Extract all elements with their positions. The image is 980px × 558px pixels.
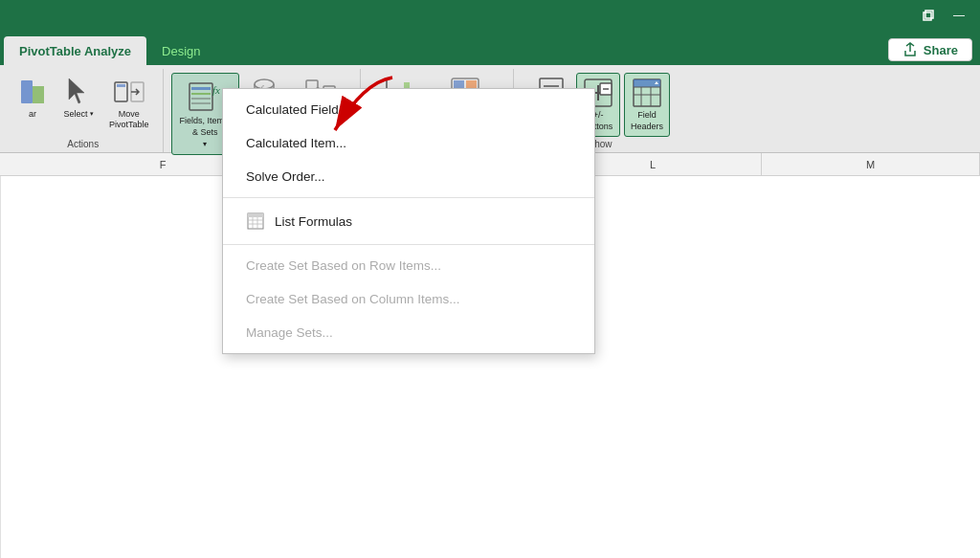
field-headers-button[interactable]: FieldHeaders xyxy=(624,73,670,137)
select-icon xyxy=(63,77,94,107)
actions-label: Actions xyxy=(67,139,99,152)
ar-icon xyxy=(17,77,48,107)
svg-marker-3 xyxy=(33,86,44,103)
svg-rect-1 xyxy=(925,11,933,18)
share-icon xyxy=(902,42,918,57)
menu-item-create-set-row: Create Set Based on Row Items... xyxy=(223,249,594,282)
menu-separator-1 xyxy=(223,197,594,198)
menu-separator-2 xyxy=(223,244,594,245)
svg-marker-4 xyxy=(69,78,84,103)
fields-items-sets-dropdown: Calculated Field... Calculated Item... S… xyxy=(222,88,595,354)
menu-item-manage-sets: Manage Sets... xyxy=(223,316,594,349)
move-pivottable-button[interactable]: MovePivotTable xyxy=(103,73,155,134)
restore-button[interactable] xyxy=(915,6,942,25)
svg-rect-48 xyxy=(248,213,263,217)
svg-rect-12 xyxy=(191,102,211,104)
share-button[interactable]: Share xyxy=(888,38,972,61)
list-formulas-icon xyxy=(246,212,265,231)
tab-design[interactable]: Design xyxy=(146,36,215,65)
fields-items-sets-icon: fx xyxy=(188,79,222,114)
svg-rect-2 xyxy=(21,80,33,103)
ribbon-group-actions: ar Select ▾ xyxy=(4,69,164,152)
menu-item-solve-order[interactable]: Solve Order... xyxy=(223,160,594,193)
svg-rect-6 xyxy=(117,84,125,87)
actions-buttons: ar Select ▾ xyxy=(11,69,155,139)
svg-rect-0 xyxy=(924,12,931,20)
svg-text:fx: fx xyxy=(212,84,220,96)
menu-item-calculated-field[interactable]: Calculated Field... xyxy=(223,93,594,126)
menu-item-create-set-column: Create Set Based on Column Items... xyxy=(223,282,594,316)
menu-item-calculated-item[interactable]: Calculated Item... xyxy=(223,126,594,160)
ar-button[interactable]: ar xyxy=(11,73,54,123)
svg-rect-11 xyxy=(191,98,211,100)
title-bar-controls: — xyxy=(915,6,972,25)
title-bar: — xyxy=(0,0,980,31)
move-pivottable-icon xyxy=(114,77,145,107)
col-header-m: M xyxy=(762,153,980,175)
menu-item-list-formulas[interactable]: List Formulas xyxy=(223,202,594,240)
svg-rect-9 xyxy=(191,87,211,90)
minimize-button[interactable]: — xyxy=(946,6,972,25)
svg-rect-10 xyxy=(191,93,211,95)
select-button[interactable]: Select ▾ xyxy=(57,73,100,123)
tab-pivottable-analyze[interactable]: PivotTable Analyze xyxy=(4,36,146,65)
field-headers-icon xyxy=(632,78,662,108)
ribbon-tabs: PivotTable Analyze Design Share xyxy=(0,31,980,65)
